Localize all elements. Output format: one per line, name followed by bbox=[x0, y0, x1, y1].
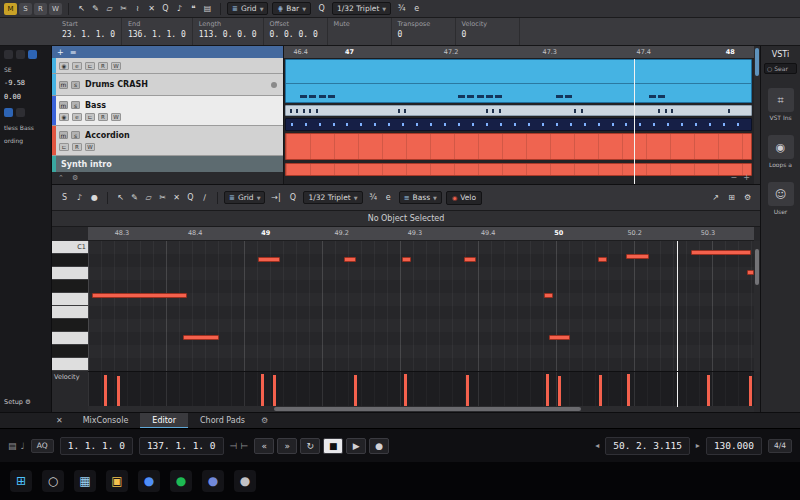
quantize-preset-dropdown[interactable]: 1/32 Triplet ▼ bbox=[332, 2, 391, 15]
synth-intro-clip[interactable] bbox=[285, 163, 752, 176]
info-field-end[interactable]: End136. 1. 1. 0 bbox=[122, 18, 193, 45]
velocity-bar[interactable] bbox=[707, 375, 710, 407]
solo-editor-icon[interactable]: S bbox=[58, 191, 71, 204]
info-field-length[interactable]: Length113. 0. 0. 0 bbox=[193, 18, 264, 45]
midi-note[interactable] bbox=[183, 335, 219, 340]
play-tool-icon[interactable]: ♪ bbox=[173, 2, 186, 15]
panel-icon[interactable] bbox=[16, 108, 25, 117]
info-field-mute[interactable]: Mute bbox=[328, 18, 392, 45]
mute-tool-icon[interactable]: ✕ bbox=[145, 2, 158, 15]
track-button[interactable]: R bbox=[72, 143, 82, 151]
track-button[interactable]: ⊏ bbox=[85, 62, 95, 70]
velocity-bar[interactable] bbox=[261, 374, 264, 406]
mute-tool-icon[interactable]: ✕ bbox=[170, 191, 183, 204]
track-button[interactable]: ◉ bbox=[59, 113, 69, 121]
midi-note[interactable] bbox=[92, 293, 187, 298]
quick-w-button[interactable]: W bbox=[49, 3, 62, 15]
piano-key[interactable] bbox=[52, 319, 88, 332]
quantize-extra-icon[interactable]: ¾ bbox=[367, 191, 380, 204]
mute-button[interactable]: m bbox=[59, 101, 68, 109]
iterative-quantize-icon[interactable]: ¾ bbox=[395, 2, 408, 15]
piano-key[interactable] bbox=[52, 280, 88, 293]
vst-instruments-icon[interactable]: ⌗ bbox=[768, 88, 794, 112]
midi-note[interactable] bbox=[544, 293, 553, 298]
loops-and-samples-icon[interactable]: ◉ bbox=[768, 135, 794, 159]
punch-icon[interactable]: ⊢ bbox=[240, 441, 248, 451]
goto-previous-marker-button[interactable]: « bbox=[254, 438, 274, 454]
track-row[interactable]: ◉e⊏RW bbox=[52, 58, 283, 74]
piano-key[interactable] bbox=[52, 345, 88, 358]
mute-button[interactable]: m bbox=[59, 131, 68, 139]
bar-dropdown[interactable]: ⋕ Bar ▼ bbox=[272, 2, 311, 15]
velocity-display-chip[interactable]: ◉ Velo bbox=[446, 191, 482, 205]
solo-button[interactable]: s bbox=[71, 131, 80, 139]
piano-key[interactable] bbox=[52, 293, 88, 306]
velocity-bar[interactable] bbox=[104, 375, 107, 407]
arrange-ruler[interactable]: 46.44747.247.347.448 bbox=[284, 46, 754, 59]
piano-key[interactable] bbox=[52, 254, 88, 267]
record-button[interactable]: ● bbox=[369, 438, 389, 454]
autoscroll-icon[interactable]: →| bbox=[269, 191, 282, 204]
browser-icon[interactable]: ● bbox=[138, 470, 160, 492]
midi-note[interactable] bbox=[747, 270, 754, 275]
position-display[interactable]: 50. 2. 3.115 bbox=[605, 437, 690, 455]
tab-editor[interactable]: Editor bbox=[140, 413, 188, 429]
user-presets-icon[interactable]: ☺ bbox=[768, 182, 794, 206]
panel-icon[interactable] bbox=[16, 50, 25, 59]
quick-r-button[interactable]: R bbox=[34, 3, 47, 15]
audio-app-icon[interactable]: ● bbox=[234, 470, 256, 492]
close-icon[interactable]: ✕ bbox=[56, 416, 63, 425]
velocity-bar[interactable] bbox=[558, 376, 561, 406]
project-cursor[interactable] bbox=[634, 59, 635, 184]
piano-key[interactable] bbox=[52, 358, 88, 371]
info-field-transpose[interactable]: Transpose0 bbox=[392, 18, 456, 45]
track-button[interactable]: R bbox=[98, 62, 108, 70]
drums-clip[interactable] bbox=[285, 59, 752, 103]
cycle-button[interactable]: ↻ bbox=[300, 438, 320, 454]
velocity-bar[interactable] bbox=[404, 374, 407, 406]
track-button[interactable]: ⊏ bbox=[59, 143, 69, 151]
track-button[interactable]: R bbox=[98, 113, 108, 121]
record-enable-dot[interactable] bbox=[271, 82, 277, 88]
spotify-icon[interactable]: ● bbox=[170, 470, 192, 492]
editor-ruler[interactable]: 48.348.44949.249.349.45050.250.3 bbox=[88, 227, 754, 241]
windows-start-icon[interactable]: ⊞ bbox=[10, 470, 32, 492]
scrollbar-handle[interactable] bbox=[755, 249, 759, 285]
auto-quantize-button[interactable]: AQ bbox=[31, 439, 54, 453]
right-locator-display[interactable]: 137. 1. 1. 0 bbox=[139, 437, 224, 455]
play-button[interactable]: ▶ bbox=[346, 438, 366, 454]
midi-note[interactable] bbox=[464, 257, 477, 262]
piano-key[interactable] bbox=[52, 306, 88, 319]
piano-key[interactable] bbox=[52, 267, 88, 280]
midi-note[interactable] bbox=[402, 257, 411, 262]
velocity-bar[interactable] bbox=[546, 374, 549, 406]
panel-icon[interactable] bbox=[4, 50, 13, 59]
midi-note[interactable] bbox=[258, 257, 279, 262]
track-row[interactable]: msBass◉e⊏RW bbox=[52, 96, 283, 126]
stop-button[interactable]: ■ bbox=[323, 438, 343, 454]
info-field-start[interactable]: Start23. 1. 1. 0 bbox=[56, 18, 122, 45]
zoom-control-icon[interactable]: + bbox=[743, 173, 750, 182]
accordion-clip[interactable] bbox=[285, 133, 752, 160]
quick-m-button[interactable]: M bbox=[4, 3, 17, 15]
midi-note[interactable] bbox=[691, 250, 751, 255]
bass-clip-upper[interactable] bbox=[285, 105, 752, 116]
quantize-panel-icon[interactable]: e bbox=[410, 2, 423, 15]
bass-clip-lower[interactable] bbox=[285, 118, 752, 131]
editor-cursor[interactable] bbox=[677, 372, 678, 407]
midi-note[interactable] bbox=[549, 335, 570, 340]
track-button[interactable]: W bbox=[111, 113, 121, 121]
midi-activity-icon[interactable]: ▤ bbox=[8, 441, 17, 451]
track-button[interactable]: ◉ bbox=[59, 62, 69, 70]
editor-layout-icon[interactable]: ⊞ bbox=[725, 191, 738, 204]
track-filter-icon[interactable]: ≡ bbox=[70, 48, 77, 57]
info-field-offset[interactable]: Offset0. 0. 0. 0 bbox=[264, 18, 328, 45]
comment-icon[interactable]: ❝ bbox=[187, 2, 200, 15]
tempo-display[interactable]: 130.000 bbox=[706, 437, 762, 455]
track-button[interactable]: W bbox=[111, 62, 121, 70]
midi-note[interactable] bbox=[598, 257, 607, 262]
solo-button[interactable]: s bbox=[71, 81, 80, 89]
tab-mixconsole[interactable]: MixConsole bbox=[71, 413, 141, 429]
goto-next-marker-button[interactable]: » bbox=[277, 438, 297, 454]
zoom-tool-icon[interactable]: Q bbox=[184, 191, 197, 204]
